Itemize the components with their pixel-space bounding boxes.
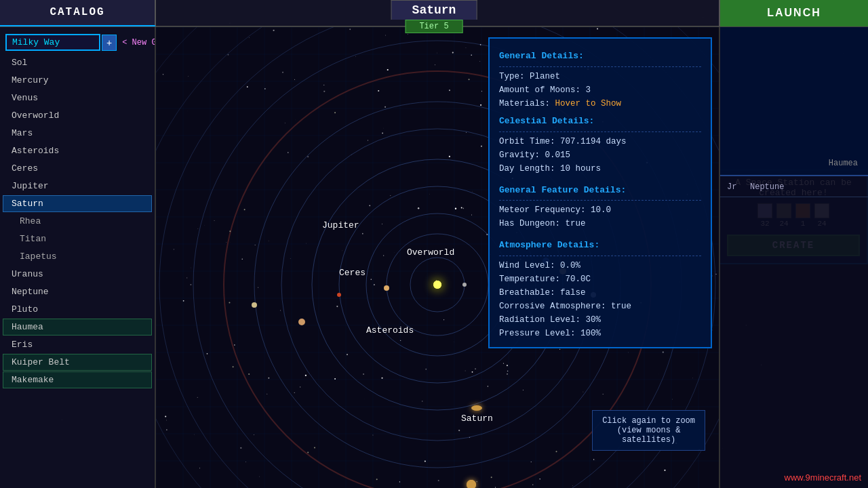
materials-text: Materials: Hover to Show — [499, 97, 701, 110]
sidebar-item[interactable]: Asteroids — [3, 142, 152, 159]
sidebar: + < New Galaxies! SolMercuryVenusOverwor… — [0, 27, 156, 488]
temp-text: Temperature: 70.0C — [499, 272, 701, 286]
atmosphere-details-title: Atmosphere Details: — [499, 239, 701, 253]
saturn-top-label: Saturn Tier 5 — [391, 0, 477, 33]
sidebar-item[interactable]: Eris — [3, 336, 152, 353]
haumea-label: Haumea — [829, 159, 858, 168]
overworld-map-label: Overworld — [407, 247, 454, 258]
sidebar-item[interactable]: Sol — [3, 54, 152, 71]
sidebar-item[interactable]: Iapetus — [3, 248, 152, 265]
launch-button[interactable]: LAUNCH — [719, 0, 868, 26]
saturn-map-label: Saturn — [461, 405, 493, 424]
sidebar-item[interactable]: Neptune — [3, 283, 152, 300]
sidebar-item[interactable]: Ceres — [3, 160, 152, 177]
info-panel: General Details: Type: Planet Amount of … — [488, 37, 712, 348]
dungeon-text: Has Dungeon: true — [499, 217, 701, 230]
sidebar-item[interactable]: Mars — [3, 125, 152, 142]
sidebar-item[interactable]: Kuiper Belt — [3, 354, 152, 371]
radiation-text: Radiation Level: 30% — [499, 313, 701, 327]
orbit-text: Orbit Time: 707.1194 days — [499, 135, 701, 148]
general-details-title: General Details: — [499, 49, 701, 64]
day-text: Day Length: 10 hours — [499, 162, 701, 176]
planet-preview: Haumea — [720, 27, 868, 176]
top-bar: CATALOG Saturn Tier 5 LAUNCH — [0, 0, 868, 27]
jr-label: Jr — [727, 182, 736, 192]
meteor-text: Meteor Frequency: 10.0 — [499, 203, 701, 217]
catalog-title: CATALOG — [50, 6, 104, 18]
sidebar-items-list: SolMercuryVenusOverworldMarsAsteroidsCer… — [0, 54, 155, 388]
jupiter-map-label: Jupiter — [322, 220, 359, 230]
celestial-details-title: Celestial Details: — [499, 115, 701, 129]
new-galaxies-link[interactable]: < New Galaxies! — [122, 38, 156, 47]
right-panel: Haumea Jr Neptune — [719, 27, 868, 488]
sidebar-item[interactable]: Titan — [3, 230, 152, 247]
gravity-text: Gravity: 0.015 — [499, 148, 701, 162]
click-hint-line3: satellites) — [602, 435, 695, 445]
neptune-jr-area: Jr Neptune — [720, 176, 868, 197]
galaxy-selector: + < New Galaxies! — [5, 34, 149, 51]
corrosive-text: Corrosive Atmosphere: true — [499, 300, 701, 313]
click-hint-line1: Click again to zoom — [602, 416, 695, 426]
sidebar-item[interactable]: Venus — [3, 89, 152, 106]
type-text: Type: Planet — [499, 70, 701, 83]
sidebar-item[interactable]: Overworld — [3, 107, 152, 124]
neptune-right-label: Neptune — [750, 182, 784, 192]
galaxy-plus-button[interactable]: + — [102, 35, 117, 51]
feature-details-title: General Feature Details: — [499, 184, 701, 198]
watermark: www.9minecraft.net — [785, 472, 861, 483]
breathable-text: Breathable: false — [499, 286, 701, 300]
ceres-map-label: Ceres — [339, 268, 366, 278]
sidebar-item[interactable]: Jupiter — [3, 178, 152, 195]
click-hint: Click again to zoom (view moons & satell… — [592, 410, 705, 451]
wind-text: Wind Level: 0.0% — [499, 259, 701, 272]
sidebar-item[interactable]: Saturn — [3, 195, 152, 212]
sidebar-item[interactable]: Pluto — [3, 301, 152, 318]
moons-text: Amount of Moons: 3 — [499, 83, 701, 97]
catalog-header: CATALOG — [0, 0, 156, 26]
sidebar-item[interactable]: Mercury — [3, 72, 152, 89]
sidebar-item[interactable]: Rhea — [3, 213, 152, 230]
asteroids-map-label: Asteroids — [366, 325, 414, 336]
sidebar-item[interactable]: Makemake — [3, 371, 152, 388]
sidebar-item[interactable]: Haumea — [3, 319, 152, 336]
galaxy-input[interactable] — [5, 34, 100, 51]
pressure-text: Pressure Level: 100% — [499, 327, 701, 340]
saturn-name: Saturn — [391, 0, 477, 20]
sidebar-item[interactable]: Uranus — [3, 266, 152, 283]
saturn-tier: Tier 5 — [405, 20, 462, 33]
click-hint-line2: (view moons & — [602, 426, 695, 435]
